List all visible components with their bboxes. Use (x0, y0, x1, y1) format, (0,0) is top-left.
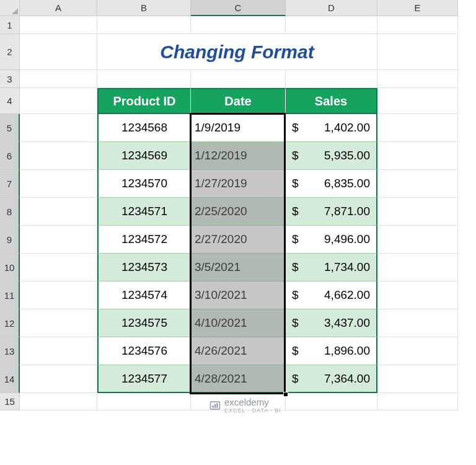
cell-A15[interactable] (20, 393, 97, 410)
fill-handle[interactable] (283, 392, 288, 397)
header-date[interactable]: Date (191, 88, 286, 114)
cell-sales-12[interactable]: $3,437.00 (286, 309, 377, 337)
cell-B15[interactable] (97, 393, 191, 410)
cell-A2[interactable] (20, 34, 97, 70)
cell-date-13[interactable]: 4/26/2021 (191, 337, 286, 365)
row-header-11[interactable]: 11 (0, 281, 20, 309)
cell-A11[interactable] (20, 281, 97, 309)
cell-A8[interactable] (20, 198, 97, 226)
cell-C1[interactable] (191, 16, 286, 34)
cell-B3[interactable] (97, 70, 191, 88)
cell-A9[interactable] (20, 226, 97, 254)
cell-date-11[interactable]: 3/10/2021 (191, 281, 286, 309)
row-header-3[interactable]: 3 (0, 70, 20, 88)
cell-sales-10[interactable]: $1,734.00 (286, 254, 377, 281)
cell-D1[interactable] (286, 16, 377, 34)
cell-date-10[interactable]: 3/5/2021 (191, 254, 286, 281)
cell-E7[interactable] (377, 170, 458, 198)
cell-product-id-5[interactable]: 1234568 (97, 114, 191, 142)
cell-E8[interactable] (377, 198, 458, 226)
col-header-A[interactable]: A (20, 0, 97, 16)
cell-date-14[interactable]: 4/28/2021 (191, 365, 286, 393)
cell-E5[interactable] (377, 114, 458, 142)
cell-sales-5[interactable]: $1,402.00 (286, 114, 377, 142)
sales-amount: 1,734.00 (324, 260, 370, 274)
cell-product-id-11[interactable]: 1234574 (97, 281, 191, 309)
cell-date-12[interactable]: 4/10/2021 (191, 309, 286, 337)
svg-rect-1 (213, 405, 214, 408)
cell-product-id-7[interactable]: 1234570 (97, 170, 191, 198)
cell-E3[interactable] (377, 70, 458, 88)
cell-A7[interactable] (20, 170, 97, 198)
cell-sales-14[interactable]: $7,364.00 (286, 365, 377, 393)
cell-sales-11[interactable]: $4,662.00 (286, 281, 377, 309)
cell-D3[interactable] (286, 70, 377, 88)
cell-product-id-6[interactable]: 1234569 (97, 142, 191, 170)
cell-E6[interactable] (377, 142, 458, 170)
cell-product-id-9[interactable]: 1234572 (97, 226, 191, 254)
col-header-C[interactable]: C (191, 0, 286, 16)
cell-C3[interactable] (191, 70, 286, 88)
row-header-1[interactable]: 1 (0, 16, 20, 34)
cell-A12[interactable] (20, 309, 97, 337)
cell-product-id-10[interactable]: 1234573 (97, 254, 191, 281)
cell-A4[interactable] (20, 88, 97, 114)
cell-sales-6[interactable]: $5,935.00 (286, 142, 377, 170)
cell-E4[interactable] (377, 88, 458, 114)
cell-sales-9[interactable]: $9,496.00 (286, 226, 377, 254)
cell-A6[interactable] (20, 142, 97, 170)
svg-rect-2 (214, 404, 216, 407)
row-header-13[interactable]: 13 (0, 337, 20, 365)
cell-A14[interactable] (20, 365, 97, 393)
cell-date-8[interactable]: 2/25/2020 (191, 198, 286, 226)
title-cell[interactable]: Changing Format (97, 34, 377, 70)
row-header-6[interactable]: 6 (0, 142, 20, 170)
row-header-4[interactable]: 4 (0, 88, 20, 114)
row-header-2[interactable]: 2 (0, 34, 20, 70)
cell-D15[interactable] (286, 393, 377, 410)
row-header-10[interactable]: 10 (0, 254, 20, 281)
cell-product-id-14[interactable]: 1234577 (97, 365, 191, 393)
col-header-E[interactable]: E (377, 0, 458, 16)
cell-E12[interactable] (377, 309, 458, 337)
cell-A10[interactable] (20, 254, 97, 281)
row-header-5[interactable]: 5 (0, 114, 20, 142)
row-header-9[interactable]: 9 (0, 226, 20, 254)
select-all-corner[interactable] (0, 0, 20, 16)
cell-product-id-13[interactable]: 1234576 (97, 337, 191, 365)
cell-E14[interactable] (377, 365, 458, 393)
row-header-14[interactable]: 14 (0, 365, 20, 393)
cell-E10[interactable] (377, 254, 458, 281)
cell-A5[interactable] (20, 114, 97, 142)
cell-sales-8[interactable]: $7,871.00 (286, 198, 377, 226)
row-header-15[interactable]: 15 (0, 393, 20, 410)
currency-symbol: $ (292, 205, 299, 218)
header-product-id[interactable]: Product ID (97, 88, 191, 114)
currency-symbol: $ (292, 260, 299, 274)
cell-E1[interactable] (377, 16, 458, 34)
cell-A1[interactable] (20, 16, 97, 34)
col-header-B[interactable]: B (97, 0, 191, 16)
cell-E15[interactable] (377, 393, 458, 410)
cell-E2[interactable] (377, 34, 458, 70)
cell-sales-13[interactable]: $1,896.00 (286, 337, 377, 365)
cell-E11[interactable] (377, 281, 458, 309)
cell-date-6[interactable]: 1/12/2019 (191, 142, 286, 170)
cell-sales-7[interactable]: $6,835.00 (286, 170, 377, 198)
cell-date-9[interactable]: 2/27/2020 (191, 226, 286, 254)
cell-date-7[interactable]: 1/27/2019 (191, 170, 286, 198)
sales-amount: 4,662.00 (324, 288, 370, 302)
cell-A3[interactable] (20, 70, 97, 88)
header-sales[interactable]: Sales (286, 88, 377, 114)
cell-E13[interactable] (377, 337, 458, 365)
row-header-8[interactable]: 8 (0, 198, 20, 226)
row-header-7[interactable]: 7 (0, 170, 20, 198)
cell-A13[interactable] (20, 337, 97, 365)
row-header-12[interactable]: 12 (0, 309, 20, 337)
cell-product-id-12[interactable]: 1234575 (97, 309, 191, 337)
cell-B1[interactable] (97, 16, 191, 34)
cell-date-5[interactable]: 1/9/2019 (191, 114, 286, 142)
cell-E9[interactable] (377, 226, 458, 254)
col-header-D[interactable]: D (286, 0, 377, 16)
cell-product-id-8[interactable]: 1234571 (97, 198, 191, 226)
